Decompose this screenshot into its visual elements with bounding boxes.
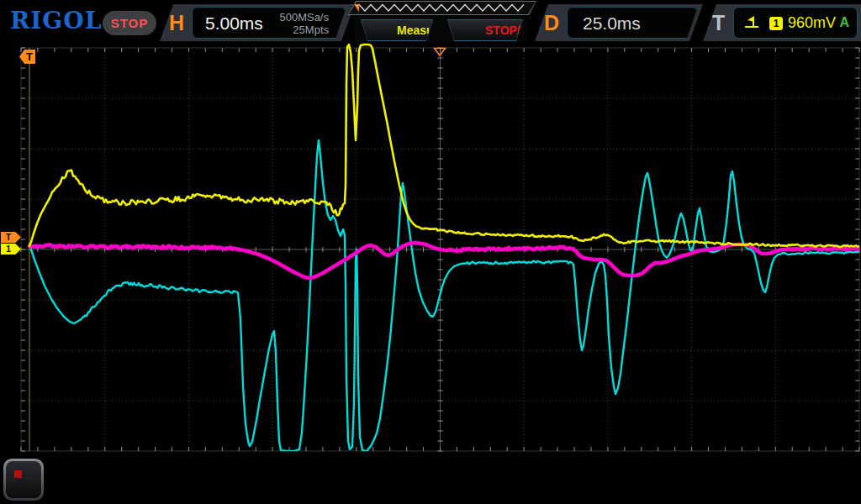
memory-waveform-preview[interactable] xyxy=(348,1,536,15)
waveform-display xyxy=(0,0,861,504)
measure-button[interactable]: Measure xyxy=(361,19,433,41)
stop-run-button[interactable]: STOP/RUN xyxy=(447,19,523,41)
trigger-label: T xyxy=(712,11,725,35)
timebase-value: 5.00ms xyxy=(205,13,263,34)
trigger-box: 1 960mV A xyxy=(733,7,858,39)
horizontal-label: H xyxy=(169,11,184,35)
acquisition-rates: 500MSa/s 25Mpts xyxy=(279,11,329,36)
menu-grid-icon xyxy=(6,461,41,498)
menu-button[interactable] xyxy=(3,459,44,501)
trigger-sweep-mode: A xyxy=(839,15,849,30)
trigger-level-value: 960mV xyxy=(788,14,836,32)
trigger-panel[interactable]: T 1 960mV A xyxy=(703,4,861,41)
rigol-logo: RIGOL xyxy=(10,7,102,34)
horizontal-panel[interactable]: H 5.00ms 500MSa/s 25Mpts xyxy=(160,4,355,41)
delay-label: D xyxy=(544,11,559,35)
oscilloscope-screen: T T 1 RIGOL STOP H 5.00ms 500MSa/s 25Mpt… xyxy=(0,0,861,504)
timebase-box: 5.00ms 500MSa/s 25Mpts xyxy=(192,7,346,39)
trigger-source-badge: 1 xyxy=(769,17,783,30)
memory-depth: 25Mpts xyxy=(279,24,329,36)
delay-panel[interactable]: D 25.0ms xyxy=(535,4,703,41)
memory-waveform-strip xyxy=(349,2,536,14)
trigger-slope-icon xyxy=(744,15,759,30)
sample-rate: 500MSa/s xyxy=(279,11,329,24)
delay-box: 25.0ms xyxy=(567,7,698,39)
run-state-badge: STOP xyxy=(103,11,156,35)
memory-zigzag-icon xyxy=(349,2,536,14)
delay-value: 25.0ms xyxy=(583,13,641,34)
bottom-status-bar xyxy=(0,456,861,504)
